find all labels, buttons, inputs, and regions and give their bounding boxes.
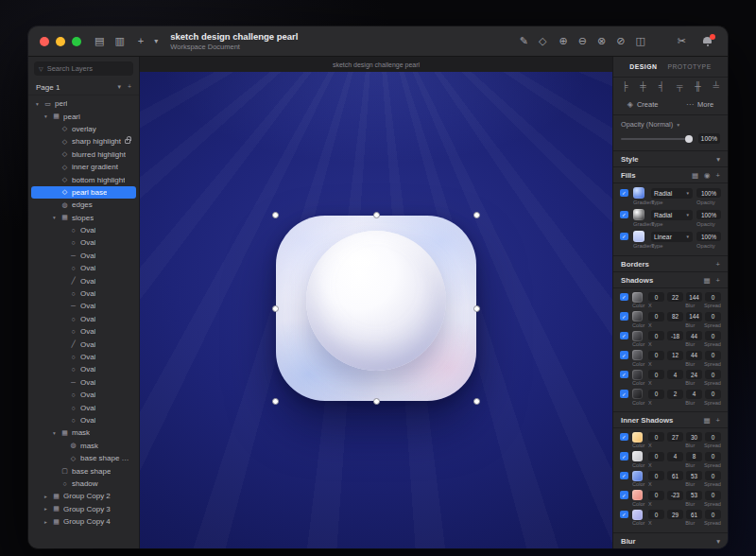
layer-row-pearl-base[interactable]: ◇pearl base <box>31 186 136 199</box>
inner-shadow-spread-field[interactable]: 0 <box>705 510 721 519</box>
inner-shadow-y-field[interactable]: 27 <box>667 432 683 442</box>
layer-row-base-shape-copy[interactable]: ◇base shape copy <box>31 452 136 464</box>
layer-row-shadow[interactable]: ○shadow <box>31 478 136 490</box>
shadow-blur-field[interactable]: 144 <box>686 292 702 302</box>
style-section-header[interactable]: Style ▾ <box>613 151 728 167</box>
shadow-blur-field[interactable]: 4 <box>686 390 702 399</box>
chevron-down-icon[interactable]: ▼ <box>676 122 680 128</box>
selected-layer-bounds[interactable] <box>276 216 476 401</box>
pencil-icon[interactable]: ✎ <box>520 36 528 46</box>
sidebar-toggle-icon[interactable]: ▤ <box>94 36 104 46</box>
layer-row-sharp-highlight[interactable]: ◇sharp highlight <box>31 135 136 148</box>
layer-row-perl[interactable]: ▾▭perl <box>31 97 136 110</box>
shadow-spread-field[interactable]: 0 <box>705 312 721 321</box>
shadow-presets-icon[interactable]: ▦ <box>704 276 711 285</box>
layer-row-group-copy-2[interactable]: ▸▦Group Copy 2 <box>31 490 136 502</box>
shadow-y-field[interactable]: 4 <box>667 370 683 379</box>
inner-shadow-blur-field[interactable]: 53 <box>686 471 702 480</box>
inner-shadow-color-swatch[interactable] <box>632 432 643 443</box>
shadow-y-field[interactable]: -18 <box>667 331 683 340</box>
shadow-color-swatch[interactable] <box>632 292 643 303</box>
selection-handle[interactable] <box>272 212 279 218</box>
panels-toggle-icon[interactable]: ▥ <box>114 36 124 46</box>
lock-icon[interactable] <box>125 139 130 144</box>
artboard-title[interactable]: sketch design challenge pearl <box>140 57 612 72</box>
search-input[interactable]: ▽ Search Layers <box>34 61 133 76</box>
fill-presets-icon[interactable]: ▦ <box>692 171 698 180</box>
distribute-vertical-icon[interactable]: ╪ <box>640 81 645 91</box>
inner-shadow-x-field[interactable]: 0 <box>648 452 664 461</box>
shadow-blur-field[interactable]: 144 <box>686 312 702 321</box>
inner-shadow-blur-field[interactable]: 61 <box>686 510 702 519</box>
layer-row-pearl[interactable]: ▾▦pearl <box>31 110 136 122</box>
scissors-icon[interactable]: ✂ <box>678 36 686 46</box>
layer-row-slopes[interactable]: ▾▦slopes <box>31 212 136 224</box>
chevron-open-icon[interactable]: ▾ <box>51 215 58 220</box>
chevron-open-icon[interactable]: ▾ <box>34 101 41 107</box>
fill-opacity-field[interactable]: 100% <box>696 210 721 219</box>
layer-row-oval[interactable]: ○Oval <box>31 262 136 274</box>
inner-shadow-color-swatch[interactable] <box>632 471 643 481</box>
intersect-icon[interactable]: ⊗ <box>597 36 606 46</box>
layer-row-oval[interactable]: ○Oval <box>31 414 136 426</box>
fill-enabled-checkbox[interactable]: ✓ <box>620 233 628 241</box>
insert-plus-icon[interactable]: + <box>138 36 144 46</box>
chevron-down-icon[interactable]: ▾ <box>117 83 121 91</box>
layer-row-group-copy-3[interactable]: ▸▦Group Copy 3 <box>31 503 136 515</box>
layer-row-oval[interactable]: ╱Oval <box>31 274 136 287</box>
inner-shadow-color-swatch[interactable] <box>632 510 643 520</box>
more-button[interactable]: ⋯ More <box>686 100 713 109</box>
shadow-enabled-checkbox[interactable]: ✓ <box>620 332 628 340</box>
chevron-closed-icon[interactable]: ▸ <box>43 519 49 525</box>
zoom-button[interactable] <box>72 37 81 46</box>
shadow-blur-field[interactable]: 44 <box>686 351 702 360</box>
layer-row-oval[interactable]: ─Oval <box>31 300 136 312</box>
inner-shadow-spread-field[interactable]: 0 <box>705 471 721 480</box>
layer-row-group-copy-4[interactable]: ▸▦Group Copy 4 <box>31 515 136 528</box>
close-button[interactable] <box>40 37 49 46</box>
chevron-open-icon[interactable]: ▾ <box>51 430 58 436</box>
layer-row-oval[interactable]: ○Oval <box>31 287 136 300</box>
shadow-color-swatch[interactable] <box>632 331 643 341</box>
inner-shadows-section-header[interactable]: Inner Shadows ▦ + <box>613 412 728 428</box>
shadows-section-header[interactable]: Shadows ▦ + <box>613 272 728 288</box>
inner-shadow-x-field[interactable]: 0 <box>648 491 664 500</box>
minimize-button[interactable] <box>56 37 65 46</box>
inner-shadow-blur-field[interactable]: 30 <box>686 432 702 442</box>
shadow-enabled-checkbox[interactable]: ✓ <box>620 351 628 359</box>
selection-handle[interactable] <box>272 398 279 405</box>
create-style-button[interactable]: ◈ Create <box>627 100 659 109</box>
inner-shadow-y-field[interactable]: 4 <box>667 452 683 461</box>
inner-shadow-x-field[interactable]: 0 <box>648 432 664 442</box>
add-border-icon[interactable]: + <box>716 260 720 269</box>
inner-shadow-blur-field[interactable]: 8 <box>686 452 702 461</box>
layer-row-edges[interactable]: ◍edges <box>31 199 136 211</box>
shadow-x-field[interactable]: 0 <box>648 370 664 379</box>
shadow-enabled-checkbox[interactable]: ✓ <box>620 371 628 379</box>
layer-row-oval[interactable]: ○Oval <box>31 224 136 236</box>
difference-icon[interactable]: ⊘ <box>616 36 625 46</box>
fill-enabled-checkbox[interactable]: ✓ <box>620 189 628 198</box>
add-page-icon[interactable]: + <box>128 83 131 91</box>
add-inner-shadow-icon[interactable]: + <box>716 416 720 425</box>
inner-shadow-y-field[interactable]: 29 <box>667 510 683 519</box>
shadow-y-field[interactable]: 82 <box>667 312 683 321</box>
chevron-down-icon[interactable]: ▾ <box>716 537 720 546</box>
layer-row-blurred-highlight[interactable]: ◇blurred highlight <box>31 148 136 161</box>
shapes-icon[interactable]: ◇ <box>539 36 546 46</box>
inner-shadow-y-field[interactable]: -23 <box>667 491 683 500</box>
color-picker-icon[interactable]: ◉ <box>704 171 711 180</box>
align-bottom-icon[interactable]: ╧ <box>713 81 719 91</box>
shadow-spread-field[interactable]: 0 <box>705 331 721 340</box>
shadow-spread-field[interactable]: 0 <box>705 390 721 399</box>
shadow-x-field[interactable]: 0 <box>648 312 664 321</box>
fill-type-dropdown[interactable]: Linear▼ <box>651 232 693 242</box>
layer-row-overlay[interactable]: ◇overlay <box>31 123 136 135</box>
fills-section-header[interactable]: Fills ▦ ◉ + <box>613 167 728 183</box>
shadow-blur-field[interactable]: 44 <box>686 331 702 340</box>
inner-shadow-enabled-checkbox[interactable]: ✓ <box>620 433 628 442</box>
align-center-h-icon[interactable]: ╤ <box>677 81 682 91</box>
opacity-value-field[interactable]: 100% <box>698 133 720 144</box>
blur-section-header[interactable]: Blur ▾ <box>613 533 728 549</box>
align-left-icon[interactable]: ╡ <box>659 81 664 91</box>
